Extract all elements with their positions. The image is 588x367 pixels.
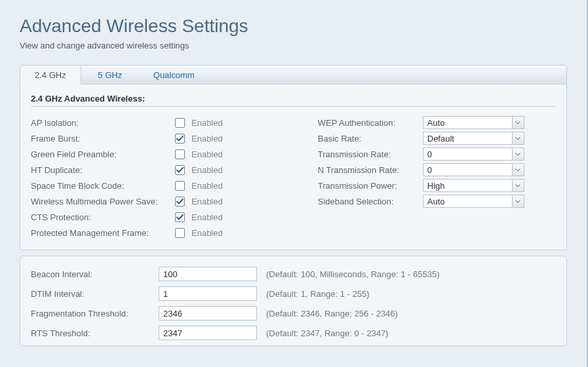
setting-label: RTS Threshold:: [31, 328, 159, 338]
right-column: WEP Authentication:AutoBasic Rate:Defaul…: [318, 115, 556, 241]
protected_management_frame-checkbox[interactable]: [175, 228, 185, 238]
setting-row-rts_threshold: RTS Threshold:(Default: 2347, Range: 0 -…: [31, 323, 556, 343]
setting-hint: (Default: 1, Range: 1 - 255): [266, 289, 370, 299]
setting-row-wep_authentication: WEP Authentication:Auto: [318, 115, 556, 130]
setting-label: AP Isolation:: [31, 118, 175, 128]
setting-row-transmission_power: Transmission Power:High: [318, 178, 556, 193]
wireless_multimedia_power_save-checkbox[interactable]: [175, 197, 185, 206]
sideband_selection-select[interactable]: Auto: [423, 195, 524, 208]
ap_isolation-checkbox[interactable]: [175, 118, 185, 128]
setting-row-basic_rate: Basic Rate:Default: [318, 130, 556, 146]
chevron-down-icon: [512, 180, 524, 191]
setting-row-frame_burst: Frame Burst:Enabled: [31, 130, 305, 146]
cts_protection-checkbox[interactable]: [175, 212, 185, 222]
chevron-down-icon: [512, 148, 524, 160]
setting-label: Basic Rate:: [318, 134, 423, 144]
select-value: 0: [423, 165, 512, 175]
setting-label: Transmission Power:: [318, 181, 423, 191]
setting-label: Fragmentation Threshold:: [31, 309, 159, 319]
enabled-label: Enabled: [191, 118, 223, 128]
setting-row-beacon_interval: Beacon Interval:(Default: 100, Milliseco…: [31, 264, 556, 284]
tab-24ghz[interactable]: 2.4 GHz: [20, 65, 81, 85]
enabled-label: Enabled: [191, 149, 223, 159]
wep_authentication-select[interactable]: Auto: [423, 116, 524, 129]
dtim_interval-input[interactable]: [159, 286, 257, 301]
setting-label: Sideband Selection:: [318, 197, 423, 206]
setting-row-ap_isolation: AP Isolation:Enabled: [31, 115, 305, 130]
setting-row-dtim_interval: DTIM Interval:(Default: 1, Range: 1 - 25…: [31, 284, 556, 303]
beacon_interval-input[interactable]: [159, 267, 257, 281]
n_transmission_rate-select[interactable]: 0: [423, 163, 524, 176]
setting-label: Frame Burst:: [31, 134, 175, 144]
setting-row-space_time_block_code: Space Time Block Code:Enabled: [31, 178, 305, 193]
setting-row-transmission_rate: Transmission Rate:0: [318, 146, 556, 162]
left-column: AP Isolation:EnabledFrame Burst:EnabledG…: [31, 115, 305, 241]
chevron-down-icon: [512, 164, 524, 176]
chevron-down-icon: [512, 117, 524, 128]
enabled-label: Enabled: [191, 212, 223, 222]
settings-panel: 2.4 GHz Advanced Wireless: AP Isolation:…: [20, 84, 567, 250]
select-value: Default: [423, 134, 512, 144]
tab-qualcomm[interactable]: Qualcomm: [139, 66, 209, 84]
basic_rate-select[interactable]: Default: [423, 132, 524, 145]
page-subtitle: View and change advanced wireless settin…: [20, 41, 567, 50]
setting-label: DTIM Interval:: [31, 289, 159, 299]
select-value: Auto: [423, 197, 512, 206]
rts_threshold-input[interactable]: [159, 326, 257, 340]
frame_burst-checkbox[interactable]: [175, 134, 185, 144]
setting-row-fragmentation_threshold: Fragmentation Threshold:(Default: 2346, …: [31, 303, 556, 323]
setting-hint: (Default: 2346, Range: 256 - 2346): [266, 309, 398, 319]
setting-row-sideband_selection: Sideband Selection:Auto: [318, 193, 556, 209]
setting-hint: (Default: 100, Milliseconds, Range: 1 - …: [266, 269, 439, 279]
green_field_preamble-checkbox[interactable]: [175, 149, 185, 159]
setting-label: Space Time Block Code:: [31, 181, 175, 191]
setting-label: Protected Management Frame:: [31, 228, 175, 238]
setting-hint: (Default: 2347, Range: 0 - 2347): [266, 328, 388, 338]
chevron-down-icon: [512, 195, 524, 207]
chevron-down-icon: [512, 132, 524, 144]
transmission_rate-select[interactable]: 0: [423, 147, 524, 161]
space_time_block_code-checkbox[interactable]: [175, 181, 185, 191]
fragmentation_threshold-input[interactable]: [159, 306, 257, 320]
tabs-container: 2.4 GHz 5 GHz Qualcomm: [20, 65, 567, 85]
setting-row-protected_management_frame: Protected Management Frame:Enabled: [31, 225, 305, 241]
enabled-label: Enabled: [191, 228, 223, 238]
setting-label: Beacon Interval:: [31, 269, 159, 279]
tab-5ghz[interactable]: 5 GHz: [83, 66, 136, 84]
setting-label: Green Field Preamble:: [31, 149, 175, 159]
setting-label: Transmission Rate:: [318, 149, 423, 159]
setting-row-n_transmission_rate: N Transmission Rate:0: [318, 162, 556, 178]
setting-label: N Transmission Rate:: [318, 165, 423, 175]
enabled-label: Enabled: [191, 134, 223, 144]
setting-label: Wireless Multimedia Power Save:: [31, 197, 175, 206]
select-value: 0: [423, 149, 512, 159]
setting-row-cts_protection: CTS Protection:Enabled: [31, 209, 305, 225]
setting-label: CTS Protection:: [31, 212, 175, 222]
ht_duplicate-checkbox[interactable]: [175, 165, 185, 175]
setting-label: WEP Authentication:: [318, 118, 423, 128]
select-value: Auto: [423, 118, 512, 128]
select-value: High: [423, 181, 512, 191]
enabled-label: Enabled: [191, 181, 223, 191]
section-title: 2.4 GHz Advanced Wireless:: [31, 94, 556, 107]
setting-row-ht_duplicate: HT Duplicate:Enabled: [31, 162, 305, 178]
setting-row-green_field_preamble: Green Field Preamble:Enabled: [31, 146, 305, 162]
setting-label: HT Duplicate:: [31, 165, 175, 175]
interval-panel: Beacon Interval:(Default: 100, Milliseco…: [20, 256, 567, 346]
page-title: Advanced Wireless Settings: [20, 16, 567, 37]
enabled-label: Enabled: [191, 197, 223, 206]
transmission_power-select[interactable]: High: [423, 179, 524, 192]
setting-row-wireless_multimedia_power_save: Wireless Multimedia Power Save:Enabled: [31, 193, 305, 209]
enabled-label: Enabled: [191, 165, 223, 175]
